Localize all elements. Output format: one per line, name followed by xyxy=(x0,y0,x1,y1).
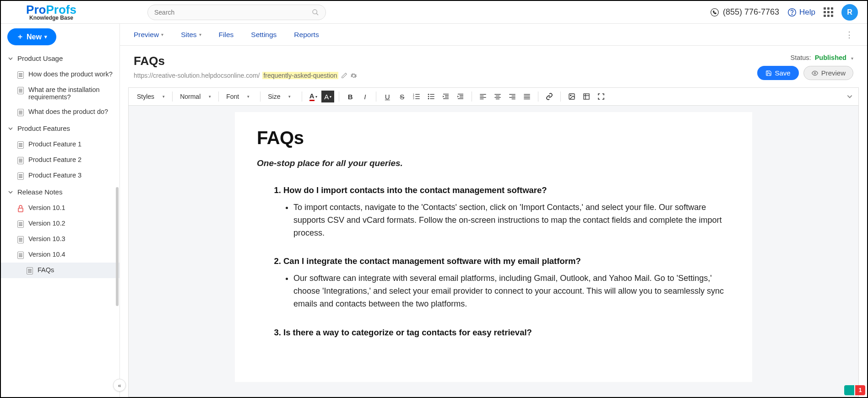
save-button[interactable]: Save xyxy=(757,66,798,80)
sidebar-cat-product-features[interactable]: Product Features xyxy=(1,120,119,137)
size-selector[interactable]: Size▾ xyxy=(265,91,297,102)
editor-canvas[interactable]: FAQs One-stop place for all your queries… xyxy=(128,106,859,397)
sidebar-item[interactable]: Product Feature 2 xyxy=(1,152,119,168)
search-input[interactable] xyxy=(154,9,312,16)
italic-button[interactable]: I xyxy=(358,91,371,102)
svg-point-0 xyxy=(313,10,317,14)
text-color-button[interactable]: A▾ xyxy=(307,91,320,102)
chevron-down-icon: ▾ xyxy=(330,95,331,99)
page-url-base: https://creative-solution.helpdocsonline… xyxy=(134,72,260,79)
sidebar-cat-label: Product Usage xyxy=(17,54,63,62)
new-button[interactable]: ＋ New ▾ xyxy=(7,28,56,45)
tab-reports[interactable]: Reports xyxy=(294,31,319,39)
indent-button[interactable] xyxy=(454,91,467,102)
lock-icon xyxy=(17,205,24,212)
bullet-list-button[interactable] xyxy=(425,91,438,102)
plus-icon: ＋ xyxy=(16,32,24,42)
help-link[interactable]: Help xyxy=(787,8,815,17)
styles-selector[interactable]: Styles▾ xyxy=(134,91,168,102)
badge-green-icon[interactable] xyxy=(844,385,854,395)
sidebar-item[interactable]: Version 10.2 xyxy=(1,216,119,231)
sidebar-item[interactable]: Version 10.3 xyxy=(1,231,119,247)
bg-color-button[interactable]: A▾ xyxy=(321,91,334,102)
apps-grid-icon[interactable] xyxy=(824,7,833,17)
page-url: https://creative-solution.helpdocsonline… xyxy=(134,72,757,79)
strike-button[interactable]: S xyxy=(396,91,408,102)
sidebar-item-locked[interactable]: Version 10.1 xyxy=(1,200,119,216)
styles-label: Styles xyxy=(137,93,154,100)
align-left-button[interactable] xyxy=(477,91,489,102)
sidebar-item-label: Version 10.3 xyxy=(28,235,65,242)
svg-point-4 xyxy=(792,14,792,14)
status-selector[interactable]: Status: Published ▾ xyxy=(791,54,854,61)
preview-label: Preview xyxy=(821,69,846,77)
sidebar-item-faqs[interactable]: FAQs xyxy=(1,263,119,278)
logo[interactable]: ProProfs Knowledge Base xyxy=(10,4,92,21)
avatar[interactable]: R xyxy=(841,4,858,21)
svg-rect-18 xyxy=(430,98,434,99)
align-center-button[interactable] xyxy=(491,91,504,102)
sidebar-cat-release-notes[interactable]: Release Notes xyxy=(1,183,119,200)
sidebar-item[interactable]: Product Feature 1 xyxy=(1,137,119,152)
svg-rect-22 xyxy=(443,98,449,99)
svg-rect-25 xyxy=(460,97,463,97)
image-button[interactable] xyxy=(565,91,578,102)
underline-button[interactable]: U xyxy=(381,91,394,102)
sidebar-item[interactable]: Version 10.4 xyxy=(1,247,119,263)
format-selector[interactable]: Normal▾ xyxy=(177,91,214,102)
bold-button[interactable]: B xyxy=(344,91,357,102)
align-justify-button[interactable] xyxy=(521,91,533,102)
sidebar-item[interactable]: How does the product work? xyxy=(1,67,119,82)
phone-link[interactable]: (855) 776-7763 xyxy=(710,7,779,17)
document-icon xyxy=(17,236,24,243)
edit-icon[interactable] xyxy=(341,72,347,79)
svg-line-1 xyxy=(316,13,318,15)
faq-answer: Our software can integrate with several … xyxy=(293,272,730,311)
tab-files[interactable]: Files xyxy=(219,31,234,39)
link-button[interactable] xyxy=(543,91,556,102)
sidebar-tree[interactable]: Product Usage How does the product work?… xyxy=(1,50,119,397)
page-url-slug[interactable]: frequently-asked-question xyxy=(262,72,338,79)
chevron-down-icon: ▾ xyxy=(163,94,165,99)
chevron-down-icon: ▾ xyxy=(44,34,47,40)
font-selector[interactable]: Font▾ xyxy=(223,91,255,102)
sidebar-item[interactable]: Product Feature 3 xyxy=(1,168,119,183)
tab-settings[interactable]: Settings xyxy=(251,31,277,39)
ordered-list-button[interactable]: 123 xyxy=(410,91,423,102)
scrollbar-thumb[interactable] xyxy=(116,187,119,306)
save-icon xyxy=(765,70,772,76)
sidebar-cat-product-usage[interactable]: Product Usage xyxy=(1,50,119,67)
badge-red-count[interactable]: 1 xyxy=(855,385,865,395)
sidebar-item[interactable]: What does the product do? xyxy=(1,104,119,120)
align-right-button[interactable] xyxy=(506,91,519,102)
search-box[interactable] xyxy=(147,5,326,20)
tab-sites[interactable]: Sites▾ xyxy=(181,31,201,39)
table-button[interactable] xyxy=(580,91,593,102)
svg-rect-36 xyxy=(512,96,515,96)
help-label: Help xyxy=(799,8,815,17)
chevron-down-icon xyxy=(7,55,14,62)
svg-rect-31 xyxy=(495,94,501,95)
document-body[interactable]: FAQs One-stop place for all your queries… xyxy=(235,112,752,382)
divider xyxy=(376,91,376,102)
notification-badges[interactable]: 1 xyxy=(844,385,865,395)
sidebar-item-label: What does the product do? xyxy=(28,108,108,115)
tab-preview[interactable]: Preview▾ xyxy=(134,31,163,39)
collapse-sidebar-button[interactable]: « xyxy=(113,379,126,392)
svg-text:3: 3 xyxy=(413,97,414,100)
sidebar-item-label: Product Feature 3 xyxy=(28,172,81,179)
svg-rect-34 xyxy=(496,99,499,99)
fullscreen-button[interactable] xyxy=(595,91,608,102)
app-header: ProProfs Knowledge Base (855) 776-7763 H… xyxy=(1,1,867,24)
sidebar-item-label: FAQs xyxy=(38,266,54,274)
more-vertical-icon[interactable]: ⋮ xyxy=(845,30,853,40)
outdent-button[interactable] xyxy=(439,91,452,102)
chevron-left-double-icon: « xyxy=(118,382,121,389)
status-label: Status: xyxy=(791,54,811,61)
svg-rect-17 xyxy=(430,96,434,97)
gear-icon[interactable] xyxy=(350,72,357,79)
sidebar-item[interactable]: What are the installation requirements? xyxy=(1,82,119,104)
preview-button[interactable]: Preview xyxy=(803,66,853,80)
save-label: Save xyxy=(775,69,790,77)
toolbar-expand-button[interactable] xyxy=(846,93,853,100)
